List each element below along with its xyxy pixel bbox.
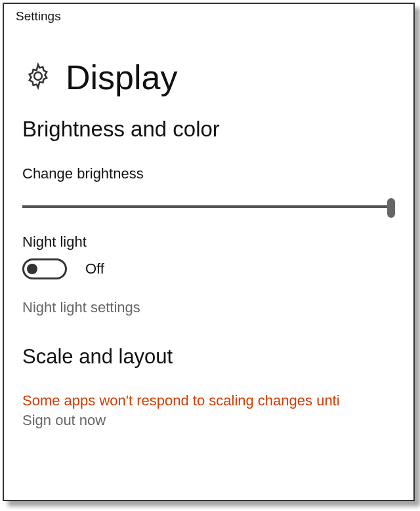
gear-icon [24, 62, 52, 93]
night-light-state: Off [85, 260, 104, 277]
settings-window: Settings Display Brightness and color Ch… [3, 3, 415, 501]
toggle-knob [27, 264, 37, 274]
svg-point-0 [34, 72, 42, 80]
night-light-toggle[interactable] [22, 258, 67, 279]
slider-track [22, 205, 395, 208]
night-light-settings-link[interactable]: Night light settings [4, 279, 413, 316]
scale-heading: Scale and layout [4, 316, 413, 369]
brightness-slider[interactable] [22, 197, 395, 216]
night-light-label: Night light [4, 216, 413, 251]
night-light-toggle-row: Off [4, 251, 413, 279]
slider-thumb[interactable] [387, 198, 395, 218]
page-title-row: Display [4, 24, 413, 97]
sign-out-link[interactable]: Sign out now [4, 409, 413, 429]
page-title: Display [66, 58, 178, 97]
brightness-heading: Brightness and color [4, 97, 413, 142]
app-header: Settings [4, 4, 413, 24]
brightness-slider-wrap [4, 182, 413, 216]
scaling-warning: Some apps won't respond to scaling chang… [4, 369, 413, 409]
change-brightness-label: Change brightness [4, 142, 413, 182]
